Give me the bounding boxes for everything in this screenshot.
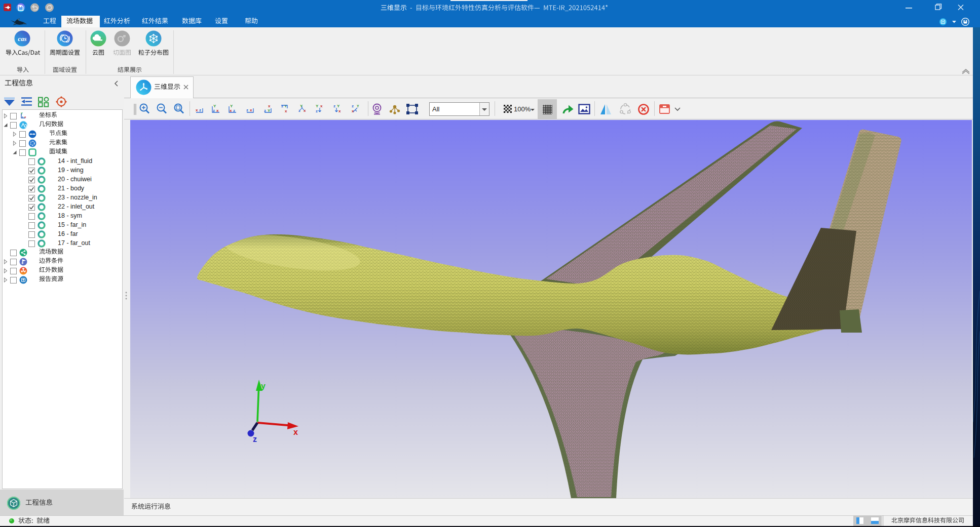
svg-text:Y: Y <box>213 104 216 108</box>
svg-text:Y: Y <box>300 104 303 108</box>
svg-text:x: x <box>304 108 306 113</box>
svg-text:y: y <box>261 382 266 390</box>
svg-text:z: z <box>298 108 300 113</box>
svg-text:x: x <box>320 104 323 108</box>
svg-text:z: z <box>22 115 23 118</box>
svg-text:Y: Y <box>357 104 359 108</box>
svg-text:z: z <box>352 104 354 108</box>
svg-text:x: x <box>338 109 341 113</box>
svg-text:x: x <box>24 115 26 118</box>
svg-text:Y: Y <box>230 104 233 108</box>
svg-text:x: x <box>196 108 198 112</box>
svg-text:x: x <box>285 109 287 113</box>
svg-text:z: z <box>281 104 283 108</box>
svg-text:x: x <box>293 428 298 436</box>
svg-text:z: z <box>316 109 318 113</box>
svg-text:Y: Y <box>337 104 340 108</box>
svg-text:x: x <box>268 104 271 108</box>
svg-text:z: z <box>333 104 335 108</box>
svg-text:x: x <box>250 108 252 112</box>
svg-text:z: z <box>199 108 201 112</box>
svg-text:cas: cas <box>18 35 26 43</box>
svg-text:z: z <box>253 435 257 443</box>
svg-text:Y: Y <box>284 104 287 108</box>
svg-text:z: z <box>246 108 248 112</box>
svg-text:Y: Y <box>21 112 23 115</box>
svg-text:Y: Y <box>316 104 319 108</box>
